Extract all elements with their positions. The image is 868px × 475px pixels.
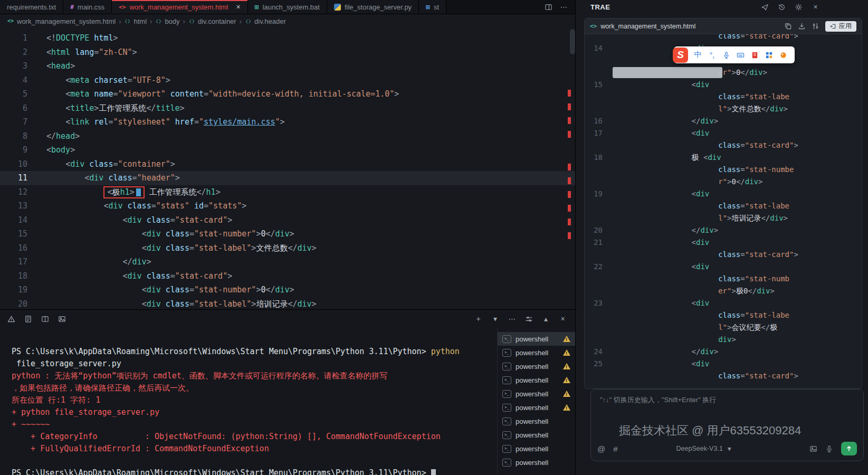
new-terminal-icon[interactable]: + [474,315,482,323]
line-number [585,164,603,176]
editor-more-actions-icon[interactable]: ⋯ [560,3,568,11]
line-number: 12 [0,185,27,200]
terminal-line: ，如果包括路径，请确保路径正确，然后再试一次。 [12,382,497,394]
element-tag-icon [188,18,195,25]
editor-line-2[interactable]: 2<html lang="zh-CN"> [0,45,575,60]
editor-line-5[interactable]: 5 <meta name="viewport" content="width=d… [0,87,575,101]
close-tab-icon[interactable]: × [236,3,241,11]
editor-line-14[interactable]: 14 <div class="stat-card"> [0,213,575,227]
element-tag-icon [155,18,162,25]
editor-line-16[interactable]: 16 <div class="stat-label">文件总数</div> [0,241,575,255]
terminal-session-item[interactable]: >_powershell [498,359,575,373]
breadcrumb-item-work_management_system.html[interactable]: <>work_management_system.html [7,17,116,25]
sogou-logo-icon[interactable]: S [673,48,688,63]
assistant-settings-icon[interactable] [795,3,803,11]
terminal-session-item[interactable]: >_powershell [498,414,575,428]
suggested-code-block[interactable]: class="stat-card">14<divclass="stat-numb… [585,34,862,388]
copy-code-icon[interactable] [784,22,792,30]
terminal-more-actions-icon[interactable]: ⋯ [508,315,516,323]
error-mark [568,117,571,124]
attach-image-icon[interactable] [809,445,817,453]
breadcrumb-item-div.header[interactable]: div.header [245,17,286,25]
screenshot-icon[interactable] [58,315,66,323]
apply-button[interactable]: 应用 [825,21,856,32]
breadcrumb-separator: › [240,17,242,25]
terminal-session-item[interactable]: >_powershell [498,401,575,414]
tab-launch_system.bat[interactable]: ⊞launch_system.bat [248,0,327,14]
editor-line-11[interactable]: 11 <div class="header"> [0,171,575,185]
breadcrumb-separator: › [119,17,121,25]
breadcrumb-separator: › [150,17,152,25]
breadcrumb-item-html[interactable]: html [124,17,147,25]
split-editor-icon[interactable] [545,3,552,11]
mention-icon[interactable]: @ [597,444,605,453]
editor-line-20[interactable]: 20 <div class="stat-label">培训记录</div> [0,297,575,310]
editor-line-4[interactable]: 4 <meta charset="UTF-8"> [0,73,575,88]
terminal-session-item[interactable]: >_powershell [498,442,575,455]
split-terminal-icon[interactable] [41,315,49,323]
chat-history-icon[interactable] [778,3,786,11]
command-icon[interactable]: # [613,444,617,453]
line-number: 20 [0,297,27,310]
terminal-filter-icon[interactable] [525,315,533,323]
editor-line-3[interactable]: 3<head> [0,59,575,73]
editor-line-19[interactable]: 19 <div class="stat-number">0</div> [0,283,575,297]
notebook-icon[interactable] [748,48,762,62]
voice-input-icon[interactable] [825,445,833,453]
output-icon[interactable] [24,315,32,323]
insert-code-icon[interactable] [798,22,806,30]
breadcrumb-label: work_management_system.html [17,17,116,25]
terminal-session-item[interactable]: >_powershell [498,455,575,469]
terminal-session-item[interactable]: >_powershell [498,428,575,442]
editor-line-1[interactable]: 1<!DOCTYPE html> [0,31,575,45]
grid4-icon[interactable] [762,48,776,62]
mic-icon[interactable] [719,48,733,62]
chinese-mode-icon[interactable]: 中 [691,48,705,62]
line-number: 8 [0,129,27,144]
tab-file_storage_server.py[interactable]: file_storage_server.py [327,0,419,14]
assistant-code-row: div> [585,334,862,346]
editor-line-18[interactable]: 18 <div class="stat-card"> [0,269,575,283]
code-editor[interactable]: 1<!DOCTYPE html>2<html lang="zh-CN">3<he… [0,28,575,309]
maximize-terminal-icon[interactable]: ▴ [542,315,550,323]
editor-line-6[interactable]: 6 <title>工作管理系统</title> [0,101,575,116]
close-terminal-icon[interactable]: × [559,315,567,323]
terminal-profile-dropdown-icon[interactable]: ▾ [491,315,499,323]
keyboard-icon[interactable] [733,48,748,62]
editor-scrollbar-thumb[interactable] [570,29,575,54]
problems-icon[interactable] [7,315,15,323]
tab-work_management_system.html[interactable]: <>work_management_system.html× [112,0,248,14]
terminal-session-item[interactable]: >_powershell [498,332,575,346]
model-selector[interactable]: DeepSeek-V3.1 ▾ [676,445,733,453]
breadcrumb-item-div.container[interactable]: div.container [188,17,236,25]
editor-line-12[interactable]: 12 <极h1> 工作管理系统</h1> [0,185,575,200]
terminal-session-item[interactable]: >_powershell [498,346,575,359]
editor-line-15[interactable]: 15 <div class="stat-number">0</div> [0,227,575,241]
watermark: 掘金技术社区 @ 用户63553209284 [619,423,801,439]
editor-line-13[interactable]: 13 <div class="stats" id="stats"> [0,199,575,213]
css-file-icon: # [70,4,74,11]
breadcrumb-item-body[interactable]: body [155,17,179,25]
tab-st[interactable]: ⊞st [419,0,446,14]
tab-main.css[interactable]: #main.css [63,0,112,14]
terminal-output[interactable]: PS C:\Users\k\AppData\Roaming\Microsoft\… [0,328,497,475]
send-button[interactable] [841,442,857,455]
terminal-session-item[interactable]: >_powershell [498,387,575,401]
close-panel-icon[interactable]: × [812,3,819,11]
editor-line-10[interactable]: 10 <div class="container"> [0,157,575,172]
tab-requirements.txt[interactable]: requirements.txt [0,0,63,14]
editor-line-8[interactable]: 8</head> [0,129,575,144]
line-number [585,139,603,151]
terminal-icon: >_ [502,445,511,453]
brush-icon[interactable] [776,48,790,62]
assistant-code-row: class="stat-labe [585,309,862,321]
diff-code-icon[interactable] [812,22,819,30]
line-content: <极h1> 工作管理系统</h1> [27,185,221,200]
ime-toolbar: S中°, [674,46,795,63]
editor-line-17[interactable]: 17 </div> [0,255,575,269]
terminal-session-item[interactable]: >_powershell [498,373,575,387]
editor-line-7[interactable]: 7 <link rel="stylesheet" href="styles/ma… [0,115,575,129]
editor-line-9[interactable]: 9<body> [0,143,575,157]
punctuation-icon[interactable]: °, [705,48,719,62]
share-chat-icon[interactable] [761,3,769,11]
